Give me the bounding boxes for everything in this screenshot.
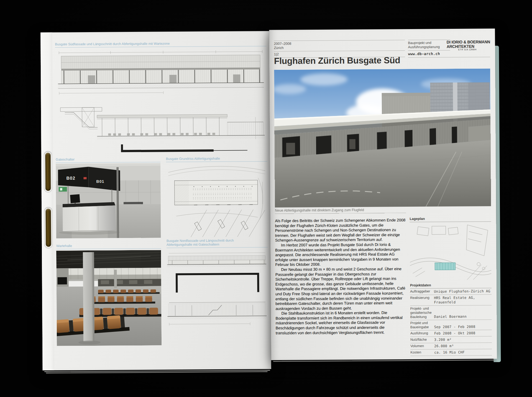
project-city: Zürich xyxy=(274,45,405,50)
binding-slot xyxy=(44,207,53,249)
logo-line1: DI IORIO & BOERMANN xyxy=(446,40,490,44)
left-page: Busgate Südfassade und Längsschnitt durc… xyxy=(40,31,271,370)
caption-suedfassade: Busgate Südfassade und Längsschnitt durc… xyxy=(55,41,266,48)
body-copy: Als Folge des Beitritts der Schweiz zum … xyxy=(275,218,406,335)
hero-building-svg xyxy=(274,68,491,208)
site-plan-svg xyxy=(410,223,491,280)
architects-logo: DI IORIO & BOERMANN ARCHITEKTEN ETH SIA … xyxy=(446,40,490,51)
table-row: Ausführung Feb 2008 - Okt 2008 xyxy=(410,330,492,337)
table-row: Projekt- und gestalterische Bauleitung D… xyxy=(410,305,492,320)
table-row: Projekt und Baueingabe Sep 2007 - Feb 20… xyxy=(410,320,492,331)
table-row: Realisierung HRS Real Estate AG, Frauenf… xyxy=(410,294,492,306)
photo-wartehalle xyxy=(56,250,162,346)
table-row: Volumen 26.000 m³ xyxy=(410,343,492,350)
nordfassade-svg xyxy=(167,250,268,345)
site-plan-project-highlight xyxy=(435,263,455,270)
drawing-suedfassade xyxy=(55,48,267,99)
brass-fastener xyxy=(45,153,51,191)
right-page: 2007–2008 Zürich 1|2 Bauprojekt und Ausf… xyxy=(269,29,497,360)
suedfassade-svg xyxy=(55,48,267,99)
drawing-grundriss xyxy=(166,162,268,238)
photo-gateschalter: B02 B01 xyxy=(56,163,161,238)
caption-grundriss: Busgate Grundriss Abfertigungshalle xyxy=(166,156,267,162)
page-stack-edge xyxy=(273,360,495,362)
body-paragraph: Der Neubau misst 30 m × 80 m und weist 2… xyxy=(275,267,406,311)
table-row: Auftraggeber Unique Flughafen-Zürich AG xyxy=(410,288,492,295)
table-row: Nutzfläche 3.200 m² xyxy=(410,336,492,343)
binding-slot xyxy=(44,151,52,193)
project-data-table: Projektdaten Auftraggeber Unique Flughaf… xyxy=(410,283,492,356)
caption-wartehalle: Wartehalle xyxy=(56,243,161,249)
body-paragraph: Als Folge des Beitritts der Schweiz zum … xyxy=(275,218,406,243)
gate-sign-b02: B02 xyxy=(66,176,75,180)
logo-line3: ETH SIA GMBH xyxy=(447,48,490,51)
wartehalle-svg xyxy=(56,250,162,346)
photo-backdrop: Busgate Südfassade und Längsschnitt durc… xyxy=(0,0,532,397)
laengsschnitt-svg xyxy=(55,100,267,156)
projektdaten-heading: Projektdaten xyxy=(410,283,492,289)
drawing-laengsschnitt xyxy=(55,100,267,156)
body-paragraph: Die Stahlbaukonstruktion ist in 6 Monate… xyxy=(275,310,406,335)
hero-photo-caption: Neue Abfertigungshalle mit direktem Zuga… xyxy=(275,208,406,214)
grundriss-svg xyxy=(166,162,268,238)
drawing-nordfassade xyxy=(167,250,268,345)
binding-strip xyxy=(40,32,54,370)
caption-nordfassade: Busgate Nordfassade und Längsschnitt dur… xyxy=(167,238,268,248)
body-paragraph: Im Herbst 2007 wurde das Projekt Busgate… xyxy=(275,242,406,267)
caption-gateschalter: Gateschalter xyxy=(56,157,160,163)
photo-hero-building xyxy=(274,68,491,208)
project-phase: Bauprojekt und Ausführungsplanung xyxy=(408,40,450,51)
table-row: Kosten ca. 16 Mio CHF xyxy=(410,349,492,356)
brass-fastener xyxy=(45,209,51,247)
site-plan xyxy=(410,223,491,280)
page-title: Flughafen Zürich Busgate Süd xyxy=(274,55,400,66)
gate-sign-b01: B01 xyxy=(96,179,104,184)
gateschalter-svg: B02 B01 xyxy=(56,163,161,238)
brochure-spread: Busgate Südfassade und Längsschnitt durc… xyxy=(40,29,503,375)
lageplan-heading: Lageplan xyxy=(410,216,491,222)
sidebar: Lageplan xyxy=(410,216,491,280)
logo-line2: ARCHITEKTEN xyxy=(446,44,490,48)
header-office-meta: Bauprojekt und Ausführungsplanung www.db… xyxy=(408,39,490,58)
